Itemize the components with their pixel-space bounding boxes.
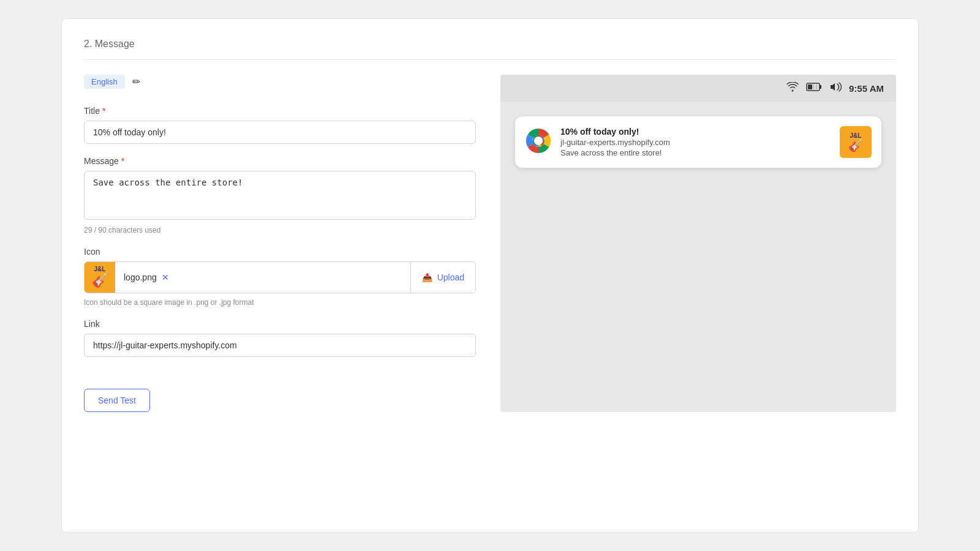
message-label: Message *: [84, 156, 476, 166]
icon-thumbnail: J&L 🎸: [85, 262, 115, 293]
chrome-icon: [525, 127, 552, 154]
notification-domain: jl-guitar-experts.myshopify.com: [560, 138, 831, 147]
message-field-group: Message * Save across the entire store! …: [84, 156, 476, 234]
file-name-area: logo.png ✕: [115, 272, 410, 282]
icon-field-group: Icon J&L 🎸 logo.png ✕ 📤: [84, 247, 476, 307]
volume-icon: [829, 82, 842, 94]
main-card: 2. Message English ✏ Title * Message: [61, 18, 919, 533]
icon-upload-row: J&L 🎸 logo.png ✕ 📤 Upload: [84, 261, 476, 293]
notification-text: 10% off today only! jl-guitar-experts.my…: [560, 127, 831, 157]
main-layout: English ✏ Title * Message * Save across …: [84, 75, 896, 412]
notif-guitar-icon: 🎸: [848, 139, 864, 151]
notification-title: 10% off today only!: [560, 127, 831, 137]
language-row: English ✏: [84, 75, 476, 89]
notification-card: 10% off today only! jl-guitar-experts.my…: [515, 116, 881, 168]
remove-file-icon[interactable]: ✕: [162, 272, 169, 282]
icon-hint: Icon should be a square image in .png or…: [84, 298, 476, 307]
link-label: Link: [84, 319, 476, 329]
language-badge[interactable]: English: [84, 75, 125, 89]
upload-icon: 📤: [422, 272, 432, 282]
file-name: logo.png: [124, 272, 157, 282]
status-bar: 9:55 AM: [500, 75, 896, 102]
svg-point-5: [534, 137, 543, 145]
notification-logo: J&L 🎸: [840, 126, 872, 158]
edit-icon[interactable]: ✏: [132, 76, 140, 88]
wifi-icon: [786, 82, 799, 94]
send-test-button[interactable]: Send Test: [84, 389, 150, 412]
message-required-star: *: [121, 156, 124, 166]
chrome-icon-wrap: [525, 127, 552, 157]
notification-message: Save across the entire store!: [560, 148, 831, 157]
battery-icon: [806, 82, 822, 94]
icon-label: Icon: [84, 247, 476, 257]
jl-text: J&L: [94, 266, 106, 272]
link-input[interactable]: [84, 334, 476, 357]
title-input[interactable]: [84, 121, 476, 144]
svg-rect-2: [808, 84, 812, 89]
title-required-star: *: [102, 106, 105, 116]
upload-button[interactable]: 📤 Upload: [410, 262, 475, 293]
message-textarea[interactable]: Save across the entire store!: [84, 171, 476, 220]
icon-thumbnail-inner: J&L 🎸: [88, 266, 111, 289]
left-panel: English ✏ Title * Message * Save across …: [84, 75, 476, 412]
char-count: 29 / 90 characters used: [84, 226, 476, 234]
svg-rect-1: [820, 85, 821, 89]
right-panel: 9:55 AM: [500, 75, 896, 412]
link-field-group: Link: [84, 319, 476, 357]
title-field-group: Title *: [84, 106, 476, 144]
guitar-icon: 🎸: [92, 272, 108, 288]
section-title: 2. Message: [84, 39, 896, 60]
title-label: Title *: [84, 106, 476, 116]
status-time: 9:55 AM: [849, 83, 884, 94]
